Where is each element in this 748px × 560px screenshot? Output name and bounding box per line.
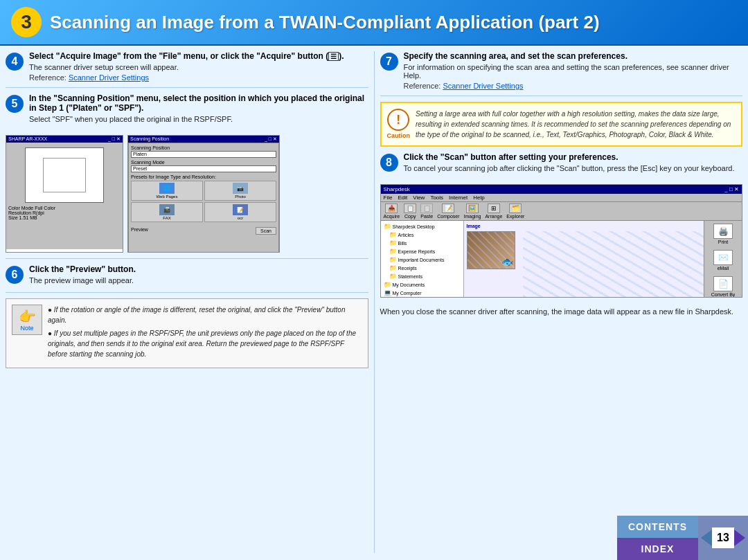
step5-content: In the "Scanning Position" menu, select … [29, 93, 368, 125]
preset-photo: 📷 Photo [204, 181, 276, 201]
sharpdesk-main-area: Image 🐟 [464, 221, 704, 297]
note-text: ● If the rotation or angle of the image … [48, 305, 362, 362]
step7-desc: For information on specifying the scan a… [404, 63, 743, 80]
email-icon: ✉️ [713, 250, 733, 265]
step4-content: Select "Acquire Image" from the "File" m… [29, 51, 368, 82]
screenshot2: Scanning Position _ □ ✕ Scanning Positio… [127, 135, 280, 253]
tree-desktop[interactable]: 📁 Sharpdesk Desktop [382, 222, 462, 231]
tree-important[interactable]: 📁 Important Documents [382, 255, 462, 264]
step5-title: In the "Scanning Position" menu, select … [29, 93, 368, 113]
tree-mycomputer[interactable]: 💻 My Computer [382, 289, 462, 297]
scan-button-dialog[interactable]: Scan [256, 227, 276, 235]
composer-icon: 📝 [442, 204, 454, 213]
toolbar-arrange[interactable]: ⊞ Arrange [485, 204, 502, 219]
folder-icon-important: 📁 [389, 256, 397, 263]
scanner-doc [43, 158, 85, 193]
tree-mydocs[interactable]: 📁 My Documents [382, 280, 462, 289]
caution-text: Setting a large area with full color tog… [416, 109, 736, 140]
step4-ref-link[interactable]: Scanner Driver Settings [69, 73, 149, 82]
preset-web: 🌐 Web Pages [131, 181, 203, 201]
tree-articles[interactable]: 📁 Articles [382, 231, 462, 239]
index-button[interactable]: INDEX [617, 538, 698, 560]
sharpdesk-title: Sharpdesk [384, 186, 410, 192]
step6-desc: The preview image will appear. [29, 276, 368, 284]
page-wrapper: 3 Scanning an Image from a TWAIN-Complia… [0, 0, 748, 560]
step5-block: 5 In the "Scanning Position" menu, selec… [6, 93, 368, 259]
step5-desc: Select "SPF" when you placed the origina… [29, 115, 368, 123]
preset-ocr: 📝 ocr [204, 202, 276, 222]
menu-view[interactable]: View [413, 195, 425, 201]
menu-edit[interactable]: Edit [398, 195, 407, 201]
sharpdesk-body: 📁 Sharpdesk Desktop 📁 Articles 📁 Bills [381, 221, 742, 297]
scanning-position-label: Scanning Position [131, 145, 276, 150]
toolbar-copy[interactable]: 📋 Copy [404, 204, 416, 219]
tree-expense[interactable]: 📁 Expense Reports [382, 247, 462, 255]
caution-circle-icon: ! [387, 109, 409, 131]
sharpdesk-titlebar: Sharpdesk _ □ ✕ [381, 185, 742, 194]
tree-receipts[interactable]: 📁 Receipts [382, 264, 462, 272]
fax-icon: 📠 [159, 204, 175, 215]
step7-content: Specify the scanning area, and set the s… [404, 51, 743, 90]
toolbar-composer[interactable]: 📝 Composer [437, 204, 459, 219]
folder-icon-articles: 📁 [389, 231, 397, 238]
screenshot2-titlebar: Scanning Position _ □ ✕ [128, 136, 279, 143]
step7-block: 7 Specify the scanning area, and set the… [380, 51, 743, 96]
step7-title: Specify the scanning area, and set the s… [404, 51, 743, 61]
step7-ref-link[interactable]: Scanner Driver Settings [443, 82, 523, 90]
dialog-box: Scanning Position Platen Scanning Mode P… [128, 143, 279, 253]
folder-icon-bills: 📁 [389, 240, 397, 246]
menu-tools[interactable]: Tools [430, 195, 443, 201]
page-title: Scanning an Image from a TWAIN-Compliant… [50, 12, 600, 33]
copy-icon: 📋 [404, 204, 416, 213]
btn-ocr[interactable]: 📄 Convert By OCR [706, 276, 740, 298]
toolbar-paste[interactable]: 📋 Paste [420, 204, 433, 219]
sharpdesk-screenshot: Sharpdesk _ □ ✕ File Edit View Tools Int… [380, 184, 743, 298]
ocr-convert-icon: 📄 [713, 276, 733, 291]
step7-reference: Reference: Scanner Driver Settings [404, 82, 743, 90]
imaging-icon: 🖼️ [466, 204, 479, 213]
step8-badge: 8 [380, 154, 398, 172]
right-column: 7 Specify the scanning area, and set the… [375, 51, 743, 553]
tree-bills[interactable]: 📁 Bills [382, 239, 462, 247]
bottom-navigation: CONTENTS INDEX 13 [617, 516, 748, 560]
folder-icon-expense: 📁 [389, 248, 397, 255]
toolbar-explorer[interactable]: 🗂️ Explorer [506, 204, 524, 219]
btn-print[interactable]: 🖨️ Print [713, 224, 733, 244]
ocr-icon: 📝 [233, 204, 248, 215]
step5-badge: 5 [6, 95, 24, 113]
left-column: 4 Select "Acquire Image" from the "File"… [6, 51, 375, 553]
step5-screenshots: SHARP AR-XXXX _ □ ✕ Color Mode Full Colo… [6, 135, 280, 253]
print-icon: 🖨️ [713, 224, 733, 239]
scanning-mode-select: Preset [131, 165, 276, 172]
btn-email[interactable]: ✉️ eMail [713, 250, 733, 271]
presets-label: Presets for Image Type and Resolution: [131, 174, 276, 179]
sharpdesk-menubar: File Edit View Tools Internet Help [381, 194, 742, 202]
page-number: 13 [712, 527, 734, 548]
menu-help[interactable]: Help [473, 195, 484, 201]
photo-icon: 📷 [233, 183, 248, 194]
menu-file[interactable]: File [384, 195, 393, 201]
scanning-position-select: Platen [131, 151, 276, 158]
header: 3 Scanning an Image from a TWAIN-Complia… [0, 0, 748, 46]
toolbar-acquire[interactable]: 📥 Acquire [384, 204, 400, 219]
arrange-icon: ⊞ [488, 204, 500, 213]
tree-statements[interactable]: 📁 Statements [382, 272, 462, 280]
note-hand-icon: 👉 [19, 308, 36, 325]
menu-internet[interactable]: Internet [449, 195, 467, 201]
screenshot1-titlebar: SHARP AR-XXXX _ □ ✕ [6, 136, 123, 143]
step8-title: Click the "Scan" button after setting yo… [404, 152, 735, 162]
prev-page-button[interactable] [701, 530, 712, 546]
step8-desc: To cancel your scanning job after clicki… [404, 164, 735, 172]
folder-icon-statements: 📁 [389, 273, 397, 280]
sharpdesk-right-panel: 🖨️ Print ✉️ eMail 📄 Convert By OCR [704, 221, 742, 297]
toolbar-imaging[interactable]: 🖼️ Imaging [464, 204, 481, 219]
next-page-button[interactable] [734, 530, 745, 546]
step7-badge: 7 [380, 53, 398, 71]
image-thumbnail: 🐟 [467, 231, 515, 269]
contents-button[interactable]: CONTENTS [617, 516, 698, 538]
step6-badge: 6 [6, 266, 24, 284]
step6-block: 6 Click the "Preview" button. The previe… [6, 264, 368, 293]
sharpdesk-window-controls: _ □ ✕ [724, 186, 739, 192]
web-icon: 🌐 [159, 183, 175, 194]
step6-title: Click the "Preview" button. [29, 264, 368, 274]
